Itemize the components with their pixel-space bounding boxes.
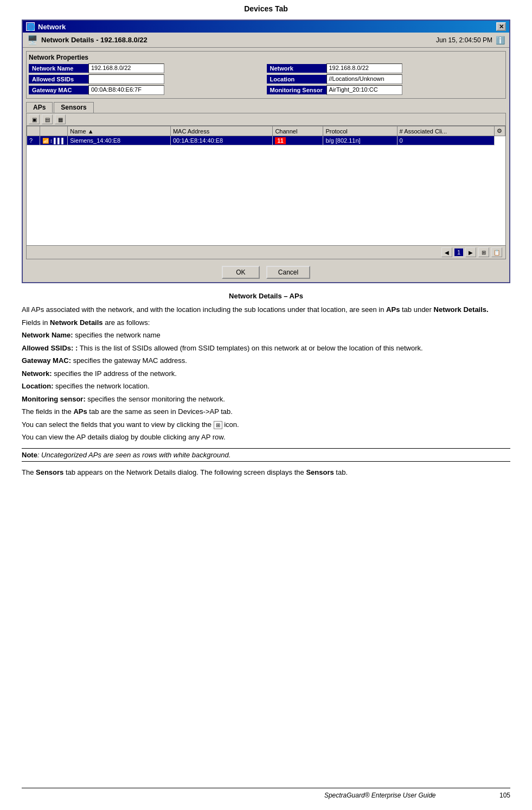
- gateway-mac-label: Gateway MAC: [29, 86, 88, 94]
- cancel-button[interactable]: Cancel: [266, 266, 310, 279]
- ap-table: Name ▲ MAC Address Channel Protocol # As…: [27, 126, 505, 145]
- grid-icon: ⊞: [214, 421, 222, 429]
- col-clients[interactable]: # Associated Cli...: [397, 126, 494, 136]
- pagination-row: ◀ 1 ▶ ⊞ 📋: [27, 245, 505, 259]
- properties-title: Network Properties: [29, 54, 503, 61]
- cell-clients: 0: [397, 136, 494, 145]
- right-props: Network 192.168.8.0/22 Location //Locati…: [267, 63, 504, 96]
- note-text: Note: Uncategorized APs are seen as rows…: [22, 448, 510, 462]
- footer-page: 105: [499, 792, 510, 799]
- tabs-area: APs Sensors: [26, 102, 506, 113]
- monitoring-sensor-row: Monitoring Sensor AirTight_20:10:CC: [267, 85, 504, 95]
- body-para-5: Gateway MAC: specifies the gateway MAC a…: [22, 355, 510, 366]
- footer: SpectraGuard® Enterprise User Guide 105: [22, 788, 510, 799]
- current-page: 1: [454, 248, 463, 256]
- tab-aps[interactable]: APs: [26, 102, 53, 113]
- dialog-titlebar: 🌐 Network ✕: [23, 21, 509, 33]
- cell-protocol: b/g [802.11n]: [323, 136, 397, 145]
- subtitle-text: Network Details - 192.168.8.0/22: [41, 36, 148, 44]
- table-header: Name ▲ MAC Address Channel Protocol # As…: [27, 126, 505, 136]
- body-para-2: Fields in Network Details are as follows…: [22, 317, 510, 328]
- table-container: ▣ ▤ ▦ Name ▲ MAC Address Channel: [26, 113, 506, 259]
- toolbar-btn-2[interactable]: ▤: [42, 114, 53, 124]
- section-heading: Network Details – APs: [22, 292, 510, 300]
- body-para-9: The fields in the APs tab are the same a…: [22, 406, 510, 417]
- subtitle-icon: 🖥️: [27, 35, 38, 45]
- signal-icon: ↕: [50, 138, 53, 144]
- body-para-10: You can select the fields that you want …: [22, 419, 510, 430]
- properties-grid: Network Name 192.168.8.0/22 Allowed SSID…: [29, 63, 503, 96]
- footer-text: SpectraGuard® Enterprise User Guide: [260, 792, 499, 799]
- page-title: Devices Tab: [0, 0, 532, 20]
- cell-name: Siemens_14:40:E8: [68, 136, 171, 145]
- info-icon[interactable]: ℹ️: [496, 36, 505, 44]
- network-row: Network 192.168.8.0/22: [267, 63, 504, 73]
- tab-sensors[interactable]: Sensors: [54, 102, 93, 113]
- prev-page-button[interactable]: ◀: [441, 247, 452, 257]
- dialog-titlebar-left: 🌐 Network: [26, 22, 66, 31]
- cell-check: ?: [27, 136, 40, 145]
- dialog-title: Network: [38, 23, 66, 31]
- network-name-row: Network Name 192.168.8.0/22: [29, 63, 266, 73]
- table-row[interactable]: ? 📶 ↕ ▌▌▌ Siemens_14:40:E8 00:1A:E8: [27, 136, 505, 145]
- dialog-subtitle: 🖥️ Network Details - 192.168.8.0/22 Jun …: [23, 33, 509, 48]
- toolbar-btn-1[interactable]: ▣: [29, 114, 40, 124]
- ap-icon: 📶: [42, 138, 49, 144]
- table-toolbar: ▣ ▤ ▦: [27, 113, 505, 126]
- network-label: Network: [267, 64, 326, 73]
- allowed-ssids-value: [88, 74, 164, 84]
- close-button[interactable]: ✕: [496, 22, 506, 31]
- network-name-value: 192.168.8.0/22: [88, 63, 164, 73]
- cell-channel: 11: [273, 136, 323, 145]
- table-scroll-area[interactable]: Name ▲ MAC Address Channel Protocol # As…: [27, 126, 505, 245]
- col-channel[interactable]: Channel: [273, 126, 323, 136]
- col-check[interactable]: [27, 126, 40, 136]
- col-name[interactable]: Name ▲: [68, 126, 171, 136]
- location-label: Location: [267, 75, 326, 84]
- subtitle-date: Jun 15, 2:04:50 PM: [436, 36, 492, 44]
- bars-icon: ▌▌▌: [54, 138, 65, 144]
- col-icons[interactable]: [40, 126, 68, 136]
- properties-section: Network Properties Network Name 192.168.…: [26, 51, 506, 99]
- subtitle-left: 🖥️ Network Details - 192.168.8.0/22: [27, 35, 148, 45]
- gateway-mac-value: 00:0A:B8:40:E6:7F: [88, 85, 164, 95]
- network-icon: 🌐: [26, 22, 35, 31]
- header-row: Name ▲ MAC Address Channel Protocol # As…: [27, 126, 505, 136]
- table-body: ? 📶 ↕ ▌▌▌ Siemens_14:40:E8 00:1A:E8: [27, 136, 505, 145]
- network-name-label: Network Name: [29, 64, 88, 73]
- body-para-3: Network Name: specifies the network name: [22, 330, 510, 341]
- col-settings[interactable]: ⚙: [495, 126, 505, 136]
- final-text: The Sensors tab appears on the Network D…: [22, 467, 510, 478]
- ok-button[interactable]: OK: [222, 266, 260, 279]
- cell-mac: 00:1A:E8:14:40:E8: [170, 136, 273, 145]
- left-props: Network Name 192.168.8.0/22 Allowed SSID…: [29, 63, 266, 96]
- location-value: //Locations/Unknown: [326, 74, 402, 84]
- channel-badge: 11: [275, 137, 285, 144]
- cell-icons: 📶 ↕ ▌▌▌: [40, 136, 68, 145]
- allowed-ssids-label: Allowed SSIDs: [29, 75, 88, 84]
- export-btn[interactable]: 📋: [491, 247, 502, 257]
- toolbar-btn-3[interactable]: ▦: [55, 114, 66, 124]
- network-value: 192.168.8.0/22: [326, 63, 402, 73]
- network-dialog: 🌐 Network ✕ 🖥️ Network Details - 192.168…: [22, 20, 510, 283]
- dialog-buttons: OK Cancel: [23, 263, 509, 282]
- body-para-4: Allowed SSIDs: : This is the list of SSI…: [22, 343, 510, 354]
- monitoring-sensor-value: AirTight_20:10:CC: [326, 85, 402, 95]
- location-row: Location //Locations/Unknown: [267, 74, 504, 84]
- col-mac[interactable]: MAC Address: [170, 126, 273, 136]
- body-para-6: Network: specifies the IP address of the…: [22, 368, 510, 379]
- body-para-7: Location: specifies the network location…: [22, 381, 510, 392]
- body-para-8: Monitoring sensor: specifies the sensor …: [22, 394, 510, 405]
- body-para-11: You can view the AP details dialog by do…: [22, 432, 510, 443]
- monitoring-sensor-label: Monitoring Sensor: [267, 86, 326, 94]
- tabs-row: APs Sensors: [26, 102, 506, 113]
- row-icons: 📶 ↕ ▌▌▌: [42, 138, 65, 144]
- next-page-button[interactable]: ▶: [465, 247, 476, 257]
- body-para-1: All APs associated with the network, and…: [22, 304, 510, 315]
- allowed-ssids-row: Allowed SSIDs: [29, 74, 266, 84]
- page-settings-btn[interactable]: ⊞: [478, 247, 489, 257]
- gateway-mac-row: Gateway MAC 00:0A:B8:40:E6:7F: [29, 85, 266, 95]
- col-protocol[interactable]: Protocol: [323, 126, 397, 136]
